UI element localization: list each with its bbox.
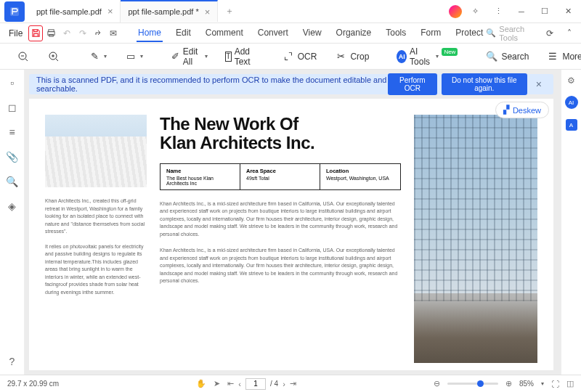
undo-button[interactable]: ↶	[60, 25, 73, 41]
crop-button[interactable]: ✂Crop	[330, 48, 373, 65]
select-tool-icon[interactable]: ➤	[214, 379, 220, 388]
zoom-level: 85%	[519, 380, 534, 388]
cell-label: Area Space	[246, 168, 314, 174]
document-area: This is a scanned PDF, and it is recomme…	[25, 70, 561, 375]
ocr-button[interactable]: ⌞⌝OCR	[278, 48, 321, 65]
building-image-large	[414, 115, 537, 363]
tab-label: ppt file-sample.pdf	[36, 7, 102, 16]
tab-tools[interactable]: Tools	[384, 25, 407, 42]
add-text-button[interactable]: TAdd Text	[222, 44, 258, 69]
perform-ocr-button[interactable]: Perform OCR	[388, 73, 437, 95]
tab-home[interactable]: Home	[137, 25, 163, 42]
chevron-up-icon[interactable]: ˄	[563, 25, 577, 41]
minimize-button[interactable]: ─	[511, 1, 532, 22]
tab-organize[interactable]: Organize	[335, 25, 373, 42]
hand-tool-icon[interactable]: ✋	[196, 379, 206, 388]
maximize-button[interactable]: ☐	[535, 1, 555, 22]
doc-headline-1: The New Work Of	[160, 115, 401, 134]
read-mode-icon[interactable]: ◫	[566, 379, 574, 388]
save-button[interactable]	[28, 25, 43, 41]
cell-value: Westport, Washington, USA	[326, 176, 389, 181]
kebab-icon[interactable]: ⋮	[488, 1, 508, 22]
toolbar: ✎▾ ▭▾ ✐Edit All▾ TAdd Text ⌞⌝OCR ✂Crop A…	[0, 44, 581, 70]
tab-protect[interactable]: Protect	[454, 25, 484, 42]
redo-button[interactable]: ↷	[76, 25, 89, 41]
attachment-icon[interactable]: 📎	[6, 151, 18, 163]
ai-panel-icon[interactable]: AI	[565, 96, 578, 109]
banner-close-icon[interactable]: ×	[532, 78, 546, 90]
prev-page-icon[interactable]: ‹	[238, 380, 241, 388]
page-navigation: ⇤ ‹ / 4 › ⇥	[227, 378, 296, 390]
text-icon: T	[225, 52, 232, 62]
close-button[interactable]: ✕	[558, 1, 578, 22]
deskew-button[interactable]: ▞ Deskew	[495, 102, 549, 118]
search-button[interactable]: 🔍Search	[482, 48, 532, 65]
share-button[interactable]	[91, 25, 105, 41]
search-panel-icon[interactable]: 🔍	[6, 176, 18, 187]
shape-button[interactable]: ▭▾	[121, 48, 147, 65]
pen-icon: ✐	[171, 50, 180, 63]
do-not-show-button[interactable]: Do not show this file again.	[442, 73, 527, 95]
help-icon[interactable]: ?	[9, 356, 15, 367]
tab-form[interactable]: Form	[419, 25, 442, 42]
notify-icon[interactable]: ✧	[465, 1, 485, 22]
new-badge: New	[442, 48, 458, 56]
thumbnails-icon[interactable]: ▫	[10, 77, 14, 89]
doc-body-2: Khan Architects Inc., is a mid-sized arc…	[160, 247, 401, 285]
close-icon[interactable]: ×	[205, 7, 211, 17]
highlighter-icon: ✎	[88, 50, 101, 63]
print-button[interactable]	[44, 25, 58, 41]
cell-value: The Best house Klan Architects Inc	[166, 176, 214, 186]
file-menu[interactable]: File	[4, 28, 27, 38]
settings-icon[interactable]: ⚙	[567, 75, 575, 86]
tab-0[interactable]: ppt file-sample.pdf ×	[29, 1, 121, 23]
add-tab-button[interactable]: ＋	[218, 5, 241, 17]
fit-width-icon[interactable]: ⛶	[551, 380, 559, 388]
highlight-button[interactable]: ✎▾	[84, 48, 110, 65]
page-input[interactable]	[245, 378, 266, 390]
tab-edit[interactable]: Edit	[174, 25, 192, 42]
page-total: / 4	[270, 380, 278, 388]
email-button[interactable]: ✉	[107, 25, 121, 41]
search-icon: 🔍	[486, 28, 496, 38]
zoom-in-status-icon[interactable]: ⊕	[505, 379, 512, 388]
comments-icon[interactable]: ≡	[9, 126, 15, 138]
tab-comment[interactable]: Comment	[204, 25, 245, 42]
more-button[interactable]: ☰More▾	[543, 48, 581, 65]
zoom-in-icon	[47, 50, 60, 63]
tab-view[interactable]: View	[301, 25, 323, 42]
pdf-page: Khan Architects Inc., created this off-g…	[29, 99, 553, 370]
deskew-icon: ▞	[503, 105, 509, 115]
zoom-slider[interactable]	[447, 383, 498, 385]
ai-tools-button[interactable]: AIAI Tools▾New	[393, 44, 461, 69]
first-page-icon[interactable]: ⇤	[227, 379, 234, 388]
cloud-icon[interactable]: ⟳	[543, 25, 557, 41]
next-page-icon[interactable]: ›	[283, 380, 285, 388]
left-rail: ▫ ◻ ≡ 📎 🔍 ◈ ?	[0, 70, 25, 375]
zoom-out-status-icon[interactable]: ⊖	[434, 379, 440, 388]
tab-1[interactable]: ppt file-sample.pdf * ×	[121, 0, 218, 22]
edit-all-button[interactable]: ✐Edit All▾	[167, 44, 211, 69]
account-icon[interactable]	[449, 5, 462, 18]
doc-text: It relies on photovoltaic panels for ele…	[45, 243, 147, 297]
page-dimensions: 29.7 x 20.99 cm	[7, 380, 59, 388]
search-icon: 🔍	[485, 50, 498, 63]
building-image-small	[45, 115, 147, 187]
ai-icon: AI	[397, 50, 407, 63]
bookmark-icon[interactable]: ◻	[8, 102, 17, 113]
last-page-icon[interactable]: ⇥	[290, 379, 296, 388]
zoom-out-button[interactable]	[13, 48, 33, 65]
crop-icon: ✂	[334, 50, 347, 63]
zoom-in-button[interactable]	[44, 48, 64, 65]
cell-label: Name	[166, 168, 234, 174]
layers-icon[interactable]: ◈	[8, 200, 16, 212]
tab-label: ppt file-sample.pdf *	[128, 7, 198, 16]
tab-convert[interactable]: Convert	[256, 25, 290, 42]
doc-text: Khan Architects Inc., created this off-g…	[45, 197, 147, 236]
info-table: NameThe Best house Klan Architects Inc A…	[160, 163, 401, 190]
menu-bar: File ↶ ↷ ✉ Home Edit Comment Convert Vie…	[0, 23, 581, 44]
translate-icon[interactable]: A	[566, 119, 577, 131]
search-tools[interactable]: 🔍Search Tools	[486, 25, 537, 42]
ocr-banner: This is a scanned PDF, and it is recomme…	[29, 74, 553, 94]
close-icon[interactable]: ×	[107, 6, 113, 17]
